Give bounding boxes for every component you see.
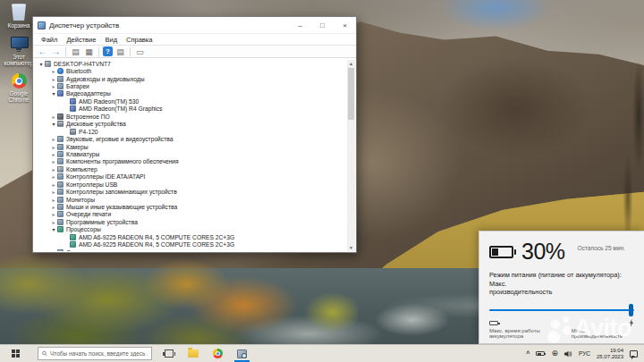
close-button[interactable]: × xyxy=(334,17,356,33)
toolbar: ←→▤▦?▤▭ xyxy=(33,45,356,58)
tree-item[interactable]: ▸Мониторы xyxy=(34,196,347,203)
tree-item[interactable]: ▸Bluetooth xyxy=(34,67,347,74)
tree-expander-icon[interactable]: ▸ xyxy=(50,189,57,195)
maximize-button[interactable]: □ xyxy=(311,17,334,33)
tree-item[interactable]: AMD A6-9225 RADEON R4, 5 COMPUTE CORES 2… xyxy=(34,233,347,240)
tree-item[interactable]: AMD Radeon(TM) 530 xyxy=(34,97,347,105)
tree-item-label: Звуковые, игровые и видеоустройства xyxy=(66,136,173,142)
keyboard-icon xyxy=(57,151,64,157)
tree-expander-icon[interactable]: ▾ xyxy=(38,61,45,67)
menu-item-файл[interactable]: Файл xyxy=(37,36,62,44)
desktop-icon-this-pc[interactable]: Этот компьютер xyxy=(2,36,36,66)
tree-item[interactable]: ▸Очереди печати xyxy=(34,211,347,218)
best-performance-icon xyxy=(629,319,634,327)
tree-item[interactable]: ▾Процессоры xyxy=(34,226,347,233)
tree-item[interactable]: ▸Аудиовходы и аудиовыходы xyxy=(34,75,347,82)
start-button[interactable] xyxy=(0,345,30,362)
tree-expander-icon[interactable]: ▸ xyxy=(50,76,57,82)
clock[interactable]: 19:04 25.07.2023 xyxy=(597,348,623,360)
device-manager-taskbar-button[interactable] xyxy=(237,345,247,362)
tree-scrollbar[interactable]: ▲ ▼ xyxy=(347,60,355,251)
title-bar[interactable]: Диспетчер устройств – □ × xyxy=(33,17,356,33)
tree-expander-icon[interactable]: ▸ xyxy=(50,136,57,142)
desktop-icon-label: Корзина xyxy=(8,22,30,29)
chrome-button[interactable] xyxy=(213,345,223,362)
console-tree-icon[interactable]: ▤ xyxy=(70,46,81,57)
hidden-icons-chevron[interactable]: ^ xyxy=(526,350,530,358)
menu-item-вид[interactable]: Вид xyxy=(100,36,122,44)
scan-hardware-icon[interactable]: ▭ xyxy=(134,46,146,57)
tree-item[interactable]: ▾Дисковые устройства xyxy=(34,121,347,128)
scroll-down-icon[interactable]: ▼ xyxy=(349,244,353,251)
scroll-up-icon[interactable]: ▲ xyxy=(349,60,353,67)
power-slider-handle[interactable] xyxy=(629,304,633,316)
show-hide-console-icon[interactable]: ▤ xyxy=(114,46,126,57)
tree-item[interactable]: ▸Камеры xyxy=(34,143,347,150)
tree-item[interactable]: ▸Контроллеры USB xyxy=(34,181,347,188)
tree-expander-icon[interactable]: ▾ xyxy=(50,226,57,232)
tree-expander-icon[interactable]: ▸ xyxy=(50,68,57,74)
scroll-thumb[interactable] xyxy=(348,68,354,120)
properties-icon[interactable]: ▦ xyxy=(83,46,95,57)
tree-expander-icon[interactable]: ▸ xyxy=(50,166,57,173)
menu-item-действие[interactable]: Действие xyxy=(62,36,100,44)
tree-expander-icon[interactable]: ▸ xyxy=(50,151,57,157)
tree-item[interactable]: P4-120 xyxy=(34,128,347,135)
tree-expander-icon[interactable]: ▸ xyxy=(50,249,57,251)
power-mode-line2: производительность xyxy=(489,288,552,296)
back-icon[interactable]: ← xyxy=(37,46,48,57)
power-slider-track[interactable] xyxy=(489,309,634,311)
menu-item-справка[interactable]: Справка xyxy=(122,36,157,44)
tree-item[interactable]: ▸Мыши и иные указывающие устройства xyxy=(34,203,347,210)
tree-item[interactable]: ▸Компоненты программного обеспечения xyxy=(34,158,347,165)
action-center-icon[interactable] xyxy=(630,350,638,358)
tray-battery-icon[interactable] xyxy=(536,351,545,356)
tree-expander-icon[interactable]: ▾ xyxy=(50,90,57,97)
tree-item[interactable]: ▸Контроллеры IDE ATA/ATAPI xyxy=(34,173,347,181)
computer-icon xyxy=(57,166,64,173)
tree-item[interactable]: ▸Компьютер xyxy=(34,165,347,173)
tree-item[interactable]: ▸Клавиатуры xyxy=(34,150,347,157)
tree-expander-icon[interactable]: ▸ xyxy=(50,114,57,120)
task-view-button[interactable] xyxy=(165,345,174,362)
tree-expander-icon[interactable]: ▸ xyxy=(50,197,57,203)
forward-icon[interactable]: → xyxy=(50,46,62,57)
tree-item-label: Программные устройства xyxy=(66,219,138,225)
battery-status-row: 30% Осталось 25 мин. xyxy=(489,240,634,263)
tree-item[interactable]: AMD Radeon(TM) R4 Graphics xyxy=(34,105,347,113)
tree-expander-icon[interactable]: ▸ xyxy=(50,158,57,164)
tree-expander-icon[interactable]: ▸ xyxy=(50,219,57,225)
power-slider[interactable] xyxy=(489,304,634,316)
desktop-icon-chrome[interactable]: Google Chrome xyxy=(2,73,36,103)
language-indicator[interactable]: РУС xyxy=(579,350,590,357)
wallpaper-autumn-trees xyxy=(0,248,358,351)
tree-item[interactable]: ▸Встроенное ПО xyxy=(34,113,347,120)
tree-item-label: AMD A6-9225 RADEON R4, 5 COMPUTE CORES 2… xyxy=(79,234,234,240)
audio-io-icon xyxy=(57,76,64,82)
tree-expander-icon[interactable]: ▸ xyxy=(50,211,57,217)
tree-item[interactable]: ▾Видеоадаптеры xyxy=(34,90,347,97)
tree-item[interactable]: ▸Контроллеры запоминающих устройств xyxy=(34,188,347,195)
tree-item[interactable]: ▸Звуковые, игровые и видеоустройства xyxy=(34,135,347,142)
tree-expander-icon[interactable]: ▸ xyxy=(50,83,57,89)
help-icon[interactable]: ? xyxy=(103,46,113,56)
taskbar-search[interactable]: Чтобы начать поиск, введите здесь запрос xyxy=(38,347,152,360)
tree-expander-icon[interactable]: ▸ xyxy=(50,181,57,188)
tree-item-label: Встроенное ПО xyxy=(66,114,110,120)
tree-expander-icon[interactable]: ▸ xyxy=(50,173,57,180)
taskbar-apps xyxy=(165,345,247,362)
tree-item[interactable]: ▾DESKTOP-H4TVNT7 xyxy=(34,60,347,67)
network-icon[interactable]: ⊕ xyxy=(551,349,558,358)
minimize-button[interactable]: – xyxy=(289,17,311,33)
desktop-icon-recycle-bin[interactable]: Корзина xyxy=(2,3,36,29)
tree-item[interactable]: ▸Программные устройства xyxy=(34,218,347,225)
tree-expander-icon[interactable]: ▾ xyxy=(50,121,57,127)
tree-expander-icon[interactable]: ▸ xyxy=(50,144,57,150)
volume-icon[interactable] xyxy=(564,350,572,358)
tree-item[interactable]: ▸Батареи xyxy=(34,82,347,89)
tree-item[interactable]: ▸Сетевые адаптеры xyxy=(34,248,347,251)
tree-expander-icon[interactable]: ▸ xyxy=(50,204,57,210)
tree-item[interactable]: AMD A6-9225 RADEON R4, 5 COMPUTE CORES 2… xyxy=(34,241,347,248)
tree-item-label: Процессоры xyxy=(66,226,101,232)
file-explorer-button[interactable] xyxy=(188,345,199,362)
